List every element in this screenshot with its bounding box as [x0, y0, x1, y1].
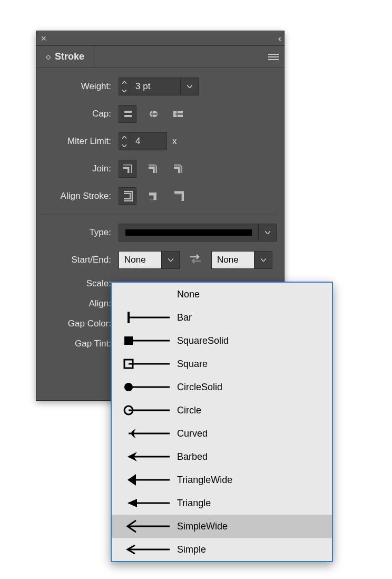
arrowhead-preview-icon [119, 519, 172, 533]
join-bevel-icon [172, 163, 184, 175]
panel-menu-icon[interactable] [268, 53, 279, 61]
miter-stepper[interactable] [119, 132, 130, 150]
dropdown-item-simplewide[interactable]: SimpleWide [112, 515, 332, 538]
end-dropdown-button[interactable] [254, 251, 272, 269]
dropdown-item-label: Bar [177, 312, 192, 323]
arrowhead-preview-icon [119, 380, 172, 394]
dropdown-item-label: SimpleWide [177, 521, 228, 532]
type-dropdown-button[interactable] [259, 224, 277, 242]
type-line-preview [125, 229, 252, 236]
align-center-icon [122, 190, 133, 202]
chevron-down-icon [265, 231, 270, 234]
cap-round-icon [147, 108, 159, 120]
join-miter-button[interactable] [119, 160, 136, 178]
dropdown-item-circle[interactable]: Circle [112, 399, 332, 422]
divider [40, 215, 277, 215]
collapse-icon[interactable]: ‹‹ [278, 34, 280, 43]
start-end-label: Start/End: [40, 255, 119, 265]
diamond-icon: ◇ [46, 53, 51, 61]
align-stroke-label: Align Stroke: [40, 191, 119, 201]
arrowhead-preview-icon [119, 311, 172, 324]
panel-title-bar: ✕ ‹‹ [36, 31, 284, 46]
tab-label: Stroke [55, 51, 84, 62]
svg-rect-8 [152, 111, 153, 117]
dropdown-item-label: Barbed [177, 451, 208, 462]
arrowhead-dropdown[interactable]: NoneBarSquareSolidSquareCircleSolidCircl… [111, 282, 333, 562]
arrowhead-preview-icon [119, 357, 172, 371]
tab-stroke[interactable]: ◇ Stroke [36, 46, 94, 67]
chevron-down-icon [168, 258, 173, 262]
dropdown-item-label: None [177, 289, 200, 300]
join-label: Join: [40, 163, 119, 174]
arrowhead-preview-icon [119, 427, 172, 440]
dropdown-item-none[interactable]: None [112, 283, 332, 306]
arrowhead-preview-icon [119, 473, 172, 487]
miter-suffix: x [172, 136, 177, 147]
align-inside-icon [147, 190, 159, 202]
join-round-icon [147, 163, 159, 175]
align-inside-button[interactable] [144, 187, 162, 205]
cap-butt-button[interactable] [119, 105, 136, 123]
dropdown-item-curved[interactable]: Curved [112, 422, 332, 445]
cap-butt-icon [122, 108, 133, 120]
dropdown-item-label: SquareSolid [177, 335, 229, 346]
swap-icon[interactable] [189, 254, 202, 266]
dropdown-item-label: Square [177, 359, 208, 370]
align-label: Align: [40, 298, 119, 309]
svg-rect-5 [123, 111, 124, 117]
dropdown-item-simple[interactable]: Simple [112, 538, 332, 561]
join-miter-icon [122, 163, 133, 175]
arrowhead-preview-icon [119, 543, 172, 556]
dropdown-item-triangle[interactable]: Triangle [112, 491, 332, 515]
chevron-down-icon [261, 258, 266, 262]
dropdown-item-barbed[interactable]: Barbed [112, 445, 332, 468]
chevron-up-icon[interactable] [119, 133, 130, 141]
weight-dropdown-button[interactable] [181, 78, 199, 95]
align-outside-icon [172, 190, 184, 202]
chevron-down-icon[interactable] [119, 141, 130, 150]
cap-label: Cap: [40, 109, 119, 119]
arrowhead-preview-icon [119, 450, 172, 464]
weight-stepper[interactable] [119, 78, 130, 95]
chevron-down-icon [187, 85, 192, 88]
arrowhead-preview-icon [119, 287, 172, 301]
dropdown-item-circlesolid[interactable]: CircleSolid [112, 375, 332, 399]
dropdown-item-squaresolid[interactable]: SquareSolid [112, 329, 332, 352]
align-center-button[interactable] [119, 187, 136, 205]
dropdown-item-square[interactable]: Square [112, 352, 332, 375]
dropdown-item-label: CircleSolid [177, 382, 222, 393]
type-swatch[interactable] [119, 224, 259, 242]
chevron-down-icon[interactable] [119, 86, 130, 95]
arrowhead-preview-icon [119, 334, 172, 348]
arrowhead-preview-icon [119, 496, 172, 510]
end-select[interactable]: None [211, 251, 254, 269]
start-dropdown-button[interactable] [162, 251, 180, 269]
align-outside-button[interactable] [169, 187, 187, 205]
type-label: Type: [40, 227, 119, 238]
gap-color-label: Gap Color: [40, 319, 119, 329]
miter-label: Miter Limit: [40, 136, 119, 147]
dropdown-item-trianglewide[interactable]: TriangleWide [112, 468, 332, 491]
dropdown-item-label: Simple [177, 544, 206, 555]
weight-input[interactable]: 3 pt [130, 78, 181, 95]
weight-label: Weight: [40, 81, 119, 92]
dropdown-item-label: Curved [177, 428, 208, 439]
join-round-button[interactable] [144, 160, 162, 178]
dropdown-item-bar[interactable]: Bar [112, 306, 332, 329]
dropdown-item-label: Triangle [177, 498, 211, 509]
svg-rect-4 [123, 113, 132, 115]
close-icon[interactable]: ✕ [41, 34, 47, 43]
chevron-up-icon[interactable] [119, 78, 130, 86]
cap-projecting-icon [172, 108, 184, 120]
start-select[interactable]: None [119, 251, 162, 269]
dropdown-item-label: Circle [177, 405, 201, 416]
dropdown-item-label: TriangleWide [177, 475, 232, 486]
tab-bar: ◇ Stroke [36, 46, 284, 68]
scale-label: Scale: [40, 278, 119, 289]
join-bevel-button[interactable] [169, 160, 187, 178]
cap-projecting-button[interactable] [169, 105, 187, 123]
miter-input[interactable]: 4 [130, 132, 167, 150]
cap-round-button[interactable] [144, 105, 162, 123]
svg-rect-11 [177, 111, 178, 117]
gap-tint-label: Gap Tint: [40, 339, 119, 349]
